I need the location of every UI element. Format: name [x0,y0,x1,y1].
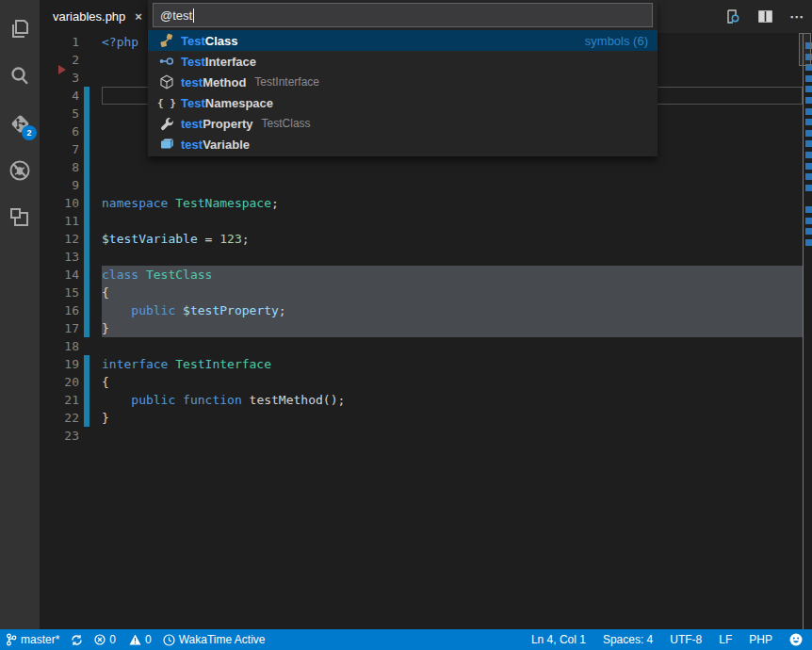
code-line[interactable]: 18 [40,337,812,355]
ruler-modified-mark [805,239,812,246]
code-line[interactable]: 14class TestClass [40,266,812,284]
git-modified-indicator [84,212,89,230]
match-text: Test [181,34,205,48]
tab-title: variables.php [53,9,125,24]
line-number: 20 [40,373,79,391]
code-text: { [102,373,109,391]
activity-bar: 2 [0,0,40,629]
explorer-icon [8,17,32,41]
split-editor-icon[interactable] [755,8,774,26]
code-line[interactable]: 22} [40,409,812,427]
line-number: 16 [40,301,79,319]
ruler-modified-mark [805,228,812,235]
git-modified-indicator [84,373,89,391]
sync-icon [71,634,83,646]
status-item-utf-8[interactable]: UTF-8 [670,633,702,646]
code-text: <?php [102,33,138,51]
code-line[interactable]: 20{ [40,373,812,391]
warning-count: 0 [145,633,152,646]
line-number: 14 [40,266,79,284]
wakatime-item[interactable]: WakaTime Active [163,633,266,646]
sidebar-item-debug[interactable] [0,147,40,194]
open-preview-icon[interactable] [723,8,742,26]
ruler-modified-mark [805,185,812,191]
ruler-modified-mark [805,163,812,170]
feedback-smiley-icon[interactable] [789,633,803,646]
ruler-modified-mark [805,86,812,92]
git-branch-label: master* [21,633,59,646]
line-number: 7 [40,140,79,158]
status-item-spaces-4[interactable]: Spaces: 4 [603,633,653,646]
close-icon[interactable]: × [135,9,142,24]
ruler-modified-mark [805,130,812,137]
code-line[interactable]: 11 [40,212,812,230]
editor-title-actions: ⋯ [723,0,806,33]
git-modified-indicator [84,391,89,409]
property-icon [159,116,174,131]
text-caret [193,8,194,23]
code-line[interactable]: 16 public $testProperty; [40,301,812,319]
group-label: symbols (6) [585,34,648,48]
code-text: $testVariable = 123; [102,230,250,248]
wakatime-label: WakaTime Active [179,633,266,646]
quick-open-query: @test [160,8,192,23]
tab-variables-php[interactable]: variables.php × [40,0,152,33]
git-modified-indicator [84,284,89,301]
line-number: 22 [40,409,79,427]
line-number: 10 [40,194,79,212]
line-number: 21 [40,391,79,409]
problems-item[interactable]: 0 0 [94,633,151,646]
sidebar-item-search[interactable] [0,53,40,100]
code-line[interactable]: 8 [40,158,812,176]
method-icon [159,74,174,89]
git-branch-icon [6,633,17,646]
git-branch-item[interactable]: master* [6,633,59,646]
status-item-ln-4-col-1[interactable]: Ln 4, Col 1 [531,633,586,646]
code-line[interactable]: 15{ [40,284,812,301]
quick-open-item-testclass[interactable]: TestClasssymbols (6) [148,30,658,51]
code-line[interactable]: 19interface TestInterface [40,355,812,373]
code-line[interactable]: 17} [40,319,812,337]
quick-open-item-testvariable[interactable]: testVariable [148,134,658,154]
code-text: } [102,409,109,427]
symbol-label: Method [203,75,246,89]
overview-ruler [803,33,812,629]
git-modified-indicator [84,248,89,266]
warning-icon [129,634,141,645]
quick-open-item-testproperty[interactable]: testPropertyTestClass [148,113,658,134]
status-bar-right: Ln 4, Col 1Spaces: 4UTF-8LFPHP [531,633,812,646]
match-text: test [181,75,203,89]
code-line[interactable]: 23 [40,427,812,445]
status-item-lf[interactable]: LF [719,633,732,646]
quick-open-item-testmethod[interactable]: testMethodTestInterface [148,72,658,92]
line-number: 8 [40,158,79,176]
sidebar-item-extensions[interactable] [0,194,40,241]
ruler-modified-mark [805,206,812,213]
quick-open-item-testinterface[interactable]: TestInterface [148,51,658,72]
debug-icon [8,158,32,183]
code-line[interactable]: 12$testVariable = 123; [40,230,812,248]
code-text: } [102,319,109,337]
quick-open-widget: @test TestClasssymbols (6)TestInterfacet… [148,0,658,156]
quick-open-item-testnamespace[interactable]: { }TestNamespace [148,92,658,113]
line-number: 18 [40,337,79,355]
code-text: namespace TestNamespace; [102,194,279,212]
code-line[interactable]: 9 [40,176,812,194]
git-modified-indicator [84,230,89,248]
git-modified-indicator [84,319,89,337]
more-actions-icon[interactable]: ⋯ [788,8,806,26]
ruler-modified-mark [805,173,812,180]
code-line[interactable]: 10namespace TestNamespace; [40,194,812,212]
sidebar-item-source-control[interactable]: 2 [0,100,40,147]
sync-button[interactable] [71,634,83,646]
match-text: test [181,117,203,131]
symbol-label: Property [203,117,252,131]
sidebar-item-explorer[interactable] [0,6,40,53]
code-line[interactable]: 21 public function testMethod(); [40,391,812,409]
status-item-php[interactable]: PHP [749,633,772,646]
scrollbar-slider[interactable] [799,33,811,66]
git-modified-indicator [84,140,89,158]
code-line[interactable]: 13 [40,248,812,266]
quick-open-input[interactable]: @test [153,3,653,27]
variable-icon [159,137,174,152]
